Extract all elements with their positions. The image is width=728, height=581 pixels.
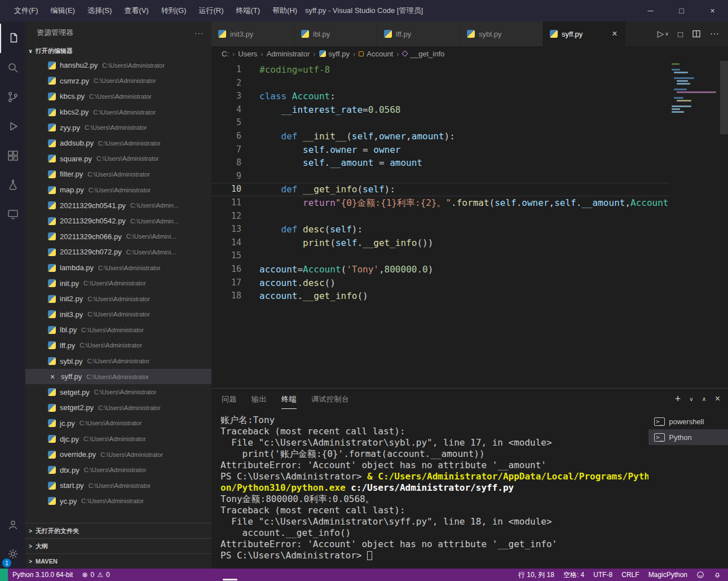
- testing-icon[interactable]: [0, 170, 25, 200]
- more-actions-icon[interactable]: ···: [195, 29, 204, 37]
- terminal-instance-powershell[interactable]: >_powershell: [648, 413, 728, 429]
- open-editor-item[interactable]: kbcs2.pyC:\Users\Administrator: [25, 104, 211, 120]
- tab-sybl.py[interactable]: sybl.py: [460, 21, 543, 46]
- open-editor-item[interactable]: setget2.pyC:\Users\Administrator: [25, 400, 211, 416]
- python-interpreter-status[interactable]: Python 3.10.0 64-bit: [8, 569, 77, 581]
- remote-explorer-icon[interactable]: [0, 200, 25, 229]
- open-editor-item[interactable]: init.pyC:\Users\Administrator: [25, 275, 211, 291]
- feedback-icon[interactable]: [692, 569, 709, 581]
- open-editor-item[interactable]: zyy.pyC:\Users\Administrator: [25, 120, 211, 135]
- open-editor-item[interactable]: init3.pyC:\Users\Administrator: [25, 307, 211, 323]
- editor-scrollbar[interactable]: [720, 61, 728, 134]
- language-mode-status[interactable]: MagicPython: [644, 569, 692, 581]
- breadcrumb-item[interactable]: C:: [222, 50, 229, 58]
- code-line[interactable]: 9: [211, 170, 669, 183]
- code-line[interactable]: 2: [211, 77, 669, 90]
- split-editor-icon[interactable]: [692, 29, 701, 38]
- maximize-button[interactable]: □: [666, 0, 697, 21]
- tab-lff.py[interactable]: lff.py: [377, 21, 460, 46]
- encoding-status[interactable]: UTF-8: [589, 569, 617, 581]
- open-editor-item[interactable]: 20211329ch0541.pyC:\Users\Admin...: [25, 197, 211, 213]
- code-line[interactable]: 4 __interest_rate=0.0568: [211, 103, 669, 117]
- open-editor-item[interactable]: 20211329ch066.pyC:\Users\Admini...: [25, 229, 211, 245]
- source-control-icon[interactable]: [0, 82, 25, 112]
- code-line[interactable]: 16account=Account('Tony',800000.0): [211, 263, 669, 276]
- maximize-panel-icon[interactable]: ∧: [702, 395, 707, 403]
- open-editor-item[interactable]: ×syff.pyC:\Users\Administrator: [25, 369, 211, 385]
- code-line[interactable]: 7 self.owner = owner: [211, 143, 669, 157]
- remote-indicator[interactable]: [0, 569, 8, 581]
- code-line[interactable]: 17account.desc(): [211, 276, 669, 290]
- open-editor-item[interactable]: square.pyC:\Users\Administrator: [25, 151, 211, 167]
- menu-item[interactable]: 编辑(E): [45, 0, 81, 21]
- open-editor-item[interactable]: yc.pyC:\Users\Administrator: [25, 494, 211, 509]
- toggle-panel-icon[interactable]: □: [678, 29, 683, 39]
- cursor-position-status[interactable]: 行 10, 列 18: [514, 569, 559, 581]
- menu-item[interactable]: 文件(F): [8, 0, 45, 21]
- minimap[interactable]: [672, 63, 719, 388]
- panel-tab-输出[interactable]: 输出: [252, 389, 267, 409]
- close-panel-icon[interactable]: ×: [715, 394, 720, 404]
- open-editor-item[interactable]: map.pyC:\Users\Administrator: [25, 182, 211, 198]
- open-editor-item[interactable]: dtx.pyC:\Users\Administrator: [25, 462, 211, 478]
- open-editor-item[interactable]: 20211329ch0542.pyC:\Users\Admin...: [25, 213, 211, 229]
- terminal-instance-Python[interactable]: >_Python: [648, 429, 728, 445]
- tab-syff.py[interactable]: syff.py×: [543, 21, 626, 46]
- menu-item[interactable]: 转到(G): [155, 0, 193, 21]
- no-folder-section-header[interactable]: > 无打开的文件夹: [25, 523, 211, 538]
- breadcrumb-item[interactable]: Account: [359, 50, 393, 58]
- maven-section-header[interactable]: > MAVEN: [25, 553, 211, 569]
- open-editor-item[interactable]: 20211329ch072.pyC:\Users\Admini...: [25, 244, 211, 260]
- code-line[interactable]: 6 def __init__(self,owner,amount):: [211, 130, 669, 143]
- extensions-icon[interactable]: [0, 141, 25, 170]
- breadcrumb-item[interactable]: Users: [238, 50, 257, 58]
- tab-init3.py[interactable]: init3.py: [211, 21, 294, 46]
- code-editor[interactable]: 1#coding=utf-823class Account:4 __intere…: [211, 61, 728, 388]
- open-editor-item[interactable]: jc.pyC:\Users\Administrator: [25, 416, 211, 432]
- open-editor-item[interactable]: kbcs.pyC:\Users\Administrator: [25, 89, 211, 104]
- panel-tab-调试控制台[interactable]: 调试控制台: [311, 389, 350, 409]
- outline-section-header[interactable]: > 大纲: [25, 538, 211, 553]
- close-button[interactable]: ×: [697, 0, 728, 21]
- code-line[interactable]: 14 print(self.__get_info()): [211, 236, 669, 250]
- code-line[interactable]: 1#coding=utf-8: [211, 63, 669, 77]
- close-icon[interactable]: ×: [610, 29, 620, 39]
- menu-item[interactable]: 运行(R): [192, 0, 230, 21]
- open-editors-section-header[interactable]: ∨ 打开的编辑器: [25, 44, 211, 58]
- code-line[interactable]: 15: [211, 249, 669, 263]
- terminal-dropdown-icon[interactable]: ∨: [689, 396, 693, 402]
- breadcrumb-item[interactable]: Administrator: [267, 50, 310, 58]
- account-icon[interactable]: [0, 510, 25, 539]
- new-terminal-icon[interactable]: +: [675, 393, 681, 405]
- code-line[interactable]: 12: [211, 210, 669, 223]
- bell-icon[interactable]: [709, 569, 726, 581]
- open-editor-item[interactable]: start.pyC:\Users\Administrator: [25, 478, 211, 494]
- open-editor-item[interactable]: init2.pyC:\Users\Administrator: [25, 291, 211, 307]
- menu-item[interactable]: 帮助(H): [266, 0, 303, 21]
- eol-status[interactable]: CRLF: [617, 569, 643, 581]
- breadcrumb-item[interactable]: syff.py: [319, 50, 350, 58]
- settings-gear-icon[interactable]: 1: [0, 539, 25, 569]
- explorer-icon[interactable]: [0, 24, 25, 53]
- search-icon[interactable]: [0, 53, 25, 82]
- code-line[interactable]: 3class Account:: [211, 90, 669, 103]
- open-editor-item[interactable]: djc.pyC:\Users\Administrator: [25, 431, 211, 447]
- run-debug-icon[interactable]: [0, 112, 25, 141]
- close-icon[interactable]: ×: [48, 372, 57, 381]
- code-line[interactable]: 5: [211, 116, 669, 130]
- open-editor-item[interactable]: override.pyC:\Users\Administrator: [25, 447, 211, 463]
- code-line[interactable]: 10 def __get_info(self):: [211, 183, 669, 196]
- menu-item[interactable]: 终端(T): [230, 0, 266, 21]
- code-line[interactable]: 18account.__get_info(): [211, 289, 669, 303]
- open-editor-item[interactable]: sybl.pyC:\Users\Administrator: [25, 353, 211, 369]
- open-editor-item[interactable]: setget.pyC:\Users\Administrator: [25, 384, 211, 400]
- open-editor-item[interactable]: filter.pyC:\Users\Administrator: [25, 166, 211, 182]
- code-line[interactable]: 8 self.__amount = amount: [211, 156, 669, 170]
- panel-tab-问题[interactable]: 问题: [222, 389, 237, 409]
- minimize-button[interactable]: ─: [635, 0, 666, 21]
- open-editor-item[interactable]: csmrz.pyC:\Users\Administrator: [25, 73, 211, 89]
- problems-status[interactable]: ⊗0 ⚠0: [77, 569, 114, 581]
- breadcrumb-item[interactable]: __get_info: [403, 50, 445, 58]
- open-editor-item[interactable]: lff.pyC:\Users\Administrator: [25, 338, 211, 354]
- open-editor-item[interactable]: lbl.pyC:\Users\Administrator: [25, 322, 211, 338]
